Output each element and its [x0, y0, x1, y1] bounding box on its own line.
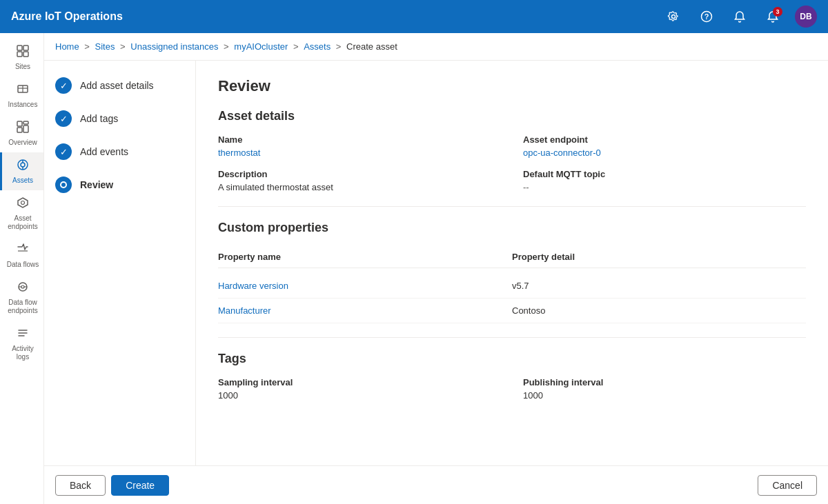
footer-right: Cancel [758, 475, 817, 496]
sites-icon [16, 44, 30, 60]
breadcrumb-sites[interactable]: Sites [95, 41, 115, 52]
breadcrumb-cluster[interactable]: myAIOcluster [234, 41, 288, 52]
publishing-interval-field: Publishing interval 1000 [523, 377, 806, 401]
asset-endpoint-label: Asset endpoint [523, 134, 806, 145]
sidebar-sites-label: Sites [15, 63, 30, 71]
tags-title: Tags [218, 352, 806, 366]
main-layout: Sites Instances Overview [0, 33, 828, 504]
description-value: A simulated thermostat asset [218, 182, 501, 192]
sidebar-activity-logs-label: Activity logs [5, 345, 41, 361]
svg-rect-9 [17, 121, 22, 126]
step-label-review: Review [80, 179, 113, 190]
notification-bell-button[interactable] [729, 6, 751, 28]
help-button[interactable]: ? [696, 6, 718, 28]
property-name-header: Property name [218, 252, 512, 262]
sidebar: Sites Instances Overview [0, 33, 44, 504]
footer: Back Create Cancel [44, 465, 828, 504]
steps-panel: ✓ Add asset details ✓ Add tags ✓ Add eve… [44, 61, 196, 465]
name-field: Name thermostat [218, 134, 501, 158]
breadcrumb: Home > Sites > Unassigned instances > my… [44, 33, 828, 61]
sidebar-item-instances[interactable]: Instances [0, 77, 43, 114]
property-name-1: Hardware version [218, 281, 512, 291]
sidebar-asset-endpoints-label: Asset endpoints [5, 214, 41, 231]
cancel-button[interactable]: Cancel [758, 475, 817, 496]
alerts-button[interactable]: 3 [762, 6, 784, 28]
custom-properties-header: Property name Property detail [218, 246, 806, 268]
svg-rect-10 [23, 121, 28, 124]
step-label-add-events: Add events [80, 146, 128, 157]
breadcrumb-assets[interactable]: Assets [304, 41, 331, 52]
breadcrumb-unassigned-instances[interactable]: Unassigned instances [130, 41, 218, 52]
sidebar-item-asset-endpoints[interactable]: Asset endpoints [0, 190, 43, 236]
svg-rect-12 [23, 125, 28, 132]
name-value: thermostat [218, 148, 501, 158]
breadcrumb-current: Create asset [346, 41, 397, 52]
settings-button[interactable] [662, 6, 684, 28]
data-flows-icon [16, 242, 30, 258]
step-label-add-tags: Add tags [80, 113, 118, 124]
divider-2 [218, 337, 806, 338]
custom-properties-title: Custom properties [218, 221, 806, 235]
sidebar-overview-label: Overview [8, 139, 37, 147]
sampling-interval-value: 1000 [218, 390, 501, 401]
svg-point-14 [21, 163, 25, 167]
asset-endpoint-value: opc-ua-connector-0 [523, 148, 806, 158]
description-field: Description A simulated thermostat asset [218, 169, 501, 192]
sidebar-item-overview[interactable]: Overview [0, 114, 43, 152]
step-add-events[interactable]: ✓ Add events [55, 143, 184, 160]
back-button[interactable]: Back [55, 475, 106, 496]
svg-point-21 [21, 285, 24, 288]
default-mqtt-field: Default MQTT topic -- [523, 169, 806, 192]
sidebar-assets-label: Assets [12, 177, 33, 185]
top-nav-icons: ? 3 DB [662, 6, 817, 28]
asset-endpoints-icon [16, 196, 30, 212]
user-avatar[interactable]: DB [795, 6, 817, 28]
svg-rect-3 [23, 46, 28, 50]
svg-point-18 [21, 201, 25, 205]
step-circle-add-events: ✓ [55, 143, 72, 160]
table-row: Hardware version v5.7 [218, 274, 806, 299]
property-name-2: Manufacturer [218, 305, 512, 316]
svg-text:?: ? [704, 12, 709, 21]
table-row: Manufacturer Contoso [218, 299, 806, 323]
notification-count: 3 [773, 7, 782, 17]
step-review[interactable]: Review [55, 177, 184, 193]
asset-endpoint-field: Asset endpoint opc-ua-connector-0 [523, 134, 806, 158]
review-panel: Review Asset details Name thermostat Ass… [196, 61, 828, 465]
step-circle-add-tags: ✓ [55, 110, 72, 127]
overview-icon [16, 120, 30, 136]
sidebar-item-assets[interactable]: Assets [0, 152, 43, 190]
assets-icon [16, 158, 30, 174]
asset-details-grid: Name thermostat Asset endpoint opc-ua-co… [218, 134, 806, 192]
sidebar-data-flow-endpoints-label: Data flow endpoints [5, 299, 41, 315]
sampling-interval-field: Sampling interval 1000 [218, 377, 501, 401]
sidebar-item-data-flows[interactable]: Data flows [0, 236, 43, 274]
content-area: Home > Sites > Unassigned instances > my… [44, 33, 828, 504]
publishing-interval-value: 1000 [523, 390, 806, 401]
svg-point-28 [61, 183, 66, 187]
inner-layout: ✓ Add asset details ✓ Add tags ✓ Add eve… [44, 61, 828, 465]
breadcrumb-home[interactable]: Home [55, 41, 79, 52]
divider-1 [218, 206, 806, 207]
sidebar-item-activity-logs[interactable]: Activity logs [0, 321, 43, 367]
svg-rect-2 [17, 46, 22, 50]
publishing-interval-label: Publishing interval [523, 377, 806, 387]
name-label: Name [218, 134, 501, 145]
step-label-add-asset-details: Add asset details [80, 80, 154, 91]
activity-logs-icon [16, 326, 30, 342]
top-navigation: Azure IoT Operations ? 3 [0, 0, 828, 33]
step-circle-add-asset-details: ✓ [55, 77, 72, 94]
property-detail-2: Contoso [512, 305, 806, 316]
svg-rect-4 [17, 52, 22, 57]
step-add-asset-details[interactable]: ✓ Add asset details [55, 77, 184, 94]
data-flow-endpoints-icon [16, 280, 30, 296]
default-mqtt-label: Default MQTT topic [523, 169, 806, 179]
svg-rect-5 [23, 52, 28, 57]
sidebar-item-sites[interactable]: Sites [0, 39, 43, 77]
step-add-tags[interactable]: ✓ Add tags [55, 110, 184, 127]
sidebar-item-data-flow-endpoints[interactable]: Data flow endpoints [0, 274, 43, 321]
default-mqtt-value: -- [523, 182, 806, 192]
create-button[interactable]: Create [111, 475, 169, 496]
tags-grid: Sampling interval 1000 Publishing interv… [218, 377, 806, 401]
app-title: Azure IoT Operations [11, 10, 662, 23]
